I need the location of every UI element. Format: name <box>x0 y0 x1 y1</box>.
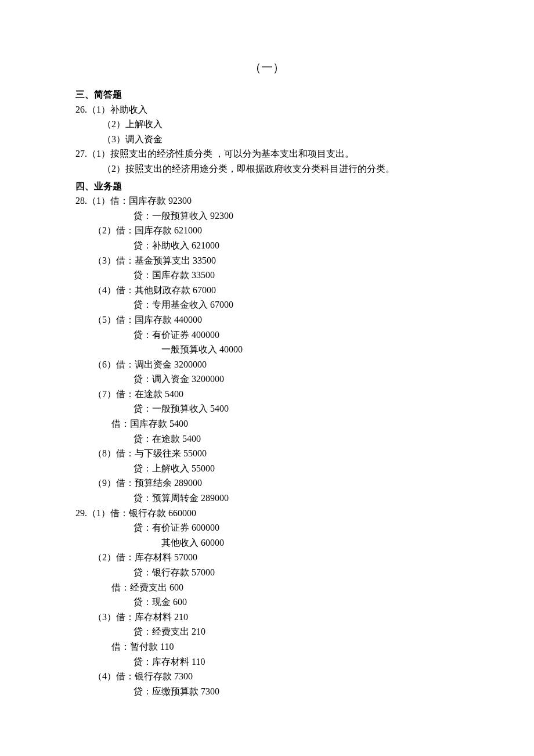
q29-3-credit2: 贷：库存材料 110 <box>75 654 459 669</box>
q29-3-debit2: 借：暂付款 110 <box>75 639 459 654</box>
q29-2-debit1: （2）借：库存材料 57000 <box>75 550 459 565</box>
q28-5-credit2: 一般预算收入 40000 <box>75 342 459 357</box>
q29-2-credit1: 贷：银行存款 57000 <box>75 565 459 580</box>
section-heading-business: 四、业务题 <box>75 179 459 194</box>
q26-line2: （2）上解收入 <box>75 117 459 132</box>
document-title: （一） <box>75 58 459 77</box>
q28-4-credit: 贷：专用基金收入 67000 <box>75 297 459 312</box>
section-heading-short-answer: 三、简答题 <box>75 87 459 102</box>
q28-5-credit1: 贷：有价证券 400000 <box>75 327 459 343</box>
q28-7-debit2: 借：国库存款 5400 <box>75 416 459 431</box>
q28-8-credit: 贷：上解收入 55000 <box>75 461 459 476</box>
q29-1-credit1: 贷：有价证券 600000 <box>75 520 459 535</box>
q28-3-debit: （3）借：基金预算支出 33500 <box>75 253 459 268</box>
q28-9-credit: 贷：预算周转金 289000 <box>75 491 459 506</box>
q28-2-debit: （2）借：国库存款 621000 <box>75 223 459 238</box>
q26-line3: （3）调入资金 <box>75 132 459 147</box>
q29-1-debit: 29.（1）借：银行存款 660000 <box>75 506 459 521</box>
q28-6-credit: 贷：调入资金 3200000 <box>75 372 459 387</box>
q29-2-debit2: 借：经费支出 600 <box>75 580 459 595</box>
q26-line1: 26.（1）补助收入 <box>75 102 459 117</box>
q28-7-credit1: 贷：一般预算收入 5400 <box>75 401 459 416</box>
q27-line1: 27.（1）按照支出的经济性质分类 ，可以分为基本支出和项目支出。 <box>75 146 459 161</box>
q29-4-debit: （4）借：银行存款 7300 <box>75 669 459 684</box>
q28-7-debit1: （7）借：在途款 5400 <box>75 387 459 402</box>
q28-5-debit: （5）借：国库存款 440000 <box>75 312 459 327</box>
q28-4-debit: （4）借：其他财政存款 67000 <box>75 283 459 298</box>
q28-1-credit: 贷：一般预算收入 92300 <box>75 208 459 224</box>
q28-6-debit: （6）借：调出资金 3200000 <box>75 357 459 372</box>
q28-7-credit2: 贷：在途款 5400 <box>75 431 459 447</box>
q28-8-debit: （8）借：与下级往来 55000 <box>75 446 459 461</box>
q29-3-debit1: （3）借：库存材料 210 <box>75 610 459 625</box>
q29-1-credit2: 其他收入 60000 <box>75 535 459 550</box>
q28-3-credit: 贷：国库存款 33500 <box>75 268 459 283</box>
q28-1-debit: 28.（1）借：国库存款 92300 <box>75 193 459 208</box>
q28-2-credit: 贷：补助收入 621000 <box>75 238 459 253</box>
q28-9-debit: （9）借：预算结余 289000 <box>75 476 459 491</box>
q29-2-credit2: 贷：现金 600 <box>75 595 459 610</box>
q27-line2: （2）按照支出的经济用途分类，即根据政府收支分类科目进行的分类。 <box>75 161 459 177</box>
q29-4-credit: 贷：应缴预算款 7300 <box>75 684 459 699</box>
q29-3-credit1: 贷：经费支出 210 <box>75 624 459 639</box>
